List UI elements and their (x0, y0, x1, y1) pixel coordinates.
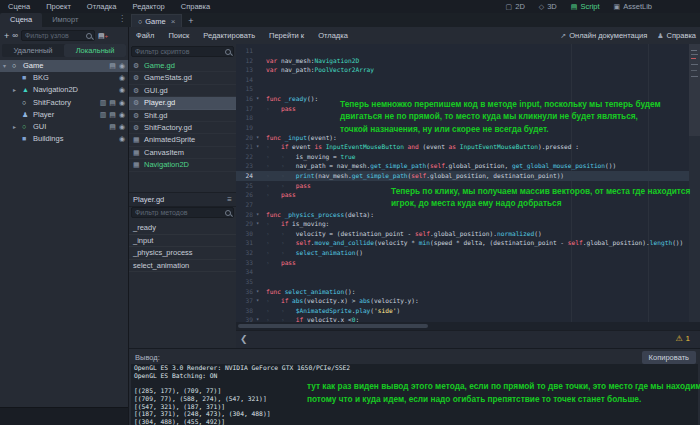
instance-scene-icon[interactable]: ∞ (12, 31, 18, 40)
fold-arrow-icon[interactable]: ▾ (256, 315, 259, 322)
code-line-14[interactable]: 14 (236, 75, 689, 85)
dock-tab-Сцена[interactable]: Сцена (0, 13, 42, 27)
button-online-docs[interactable]: ↗Онлайн документация (560, 31, 647, 40)
menu-Проект[interactable]: Проект (38, 0, 79, 13)
filter-methods-input[interactable] (131, 207, 234, 218)
expand-arrow-icon[interactable]: ▾ (3, 60, 6, 72)
eye-icon[interactable]: ◉ (119, 121, 125, 133)
code-line-35[interactable]: 35 (236, 277, 689, 287)
scene-tab-Game[interactable]: ○Game× (131, 14, 182, 28)
script-icon[interactable]: ▤ (109, 121, 116, 133)
fold-arrow-icon[interactable]: ▾ (256, 142, 259, 152)
movie-icon[interactable]: ▥ (100, 97, 107, 109)
script-menu-Поиск[interactable]: Поиск (161, 29, 196, 42)
workspace-button-assetlib[interactable]: ▣AssetLib (609, 2, 657, 11)
code-line-13[interactable]: 13var nav_path:PoolVector2Array (236, 65, 689, 75)
fold-arrow-icon[interactable]: ▾ (256, 219, 259, 229)
script-list-item-CanvasItem[interactable]: ▦CanvasItem (129, 147, 236, 159)
copy-button[interactable]: Копировать (642, 351, 696, 364)
code-minimap[interactable] (689, 44, 700, 322)
code-content[interactable]: 1112var nav_mesh:Navigation2D13var nav_p… (236, 44, 700, 322)
workspace-button-script[interactable]: ▤Script (566, 2, 605, 11)
code-line-39[interactable]: 39▾› › if velocity.x <0: (236, 315, 689, 322)
expand-arrow-icon[interactable]: ▸ (13, 84, 16, 96)
scene-node-row-ShitFactory[interactable]: ○ShitFactory▥▤◉ (0, 97, 128, 109)
script-list-item-Game.gd[interactable]: ⚙Game.gd (129, 60, 236, 72)
script-list-item-GUI.gd[interactable]: ⚙GUI.gd (129, 85, 236, 97)
button-help[interactable]: ♟Справка (657, 31, 696, 40)
fold-arrow-icon[interactable]: ▾ (256, 287, 259, 297)
scene-node-row-GUI[interactable]: ▸○GUI▤◉ (0, 121, 128, 133)
code-line-22[interactable]: 22› › is_moving = true (236, 152, 689, 162)
code-line-33[interactable]: 33› pass (236, 258, 689, 268)
scene-node-row-Navigation2D[interactable]: ▸▲Navigation2D◉ (0, 84, 128, 96)
filter-scripts-input[interactable] (131, 46, 234, 57)
eye-icon[interactable]: ◉ (119, 109, 125, 121)
eye-icon[interactable]: ◉ (119, 60, 125, 72)
scene-node-row-Player[interactable]: ♟Player▥▤◉ (0, 109, 128, 121)
method-list-item-_ready[interactable]: _ready (129, 222, 236, 235)
horizontal-scrollbar[interactable] (236, 322, 700, 330)
script-list-item-AnimatedSprite[interactable]: ▦AnimatedSprite (129, 134, 236, 146)
script-menu-Перейти к[interactable]: Перейти к (262, 29, 311, 42)
script-list-item-Navigation2D[interactable]: ▦Navigation2D (129, 159, 236, 171)
warnings-indicator[interactable]: ⚠ 1 (675, 334, 690, 343)
code-line-24[interactable]: 24› › print(nav_mesh.get_simple_path(sel… (236, 171, 689, 181)
scene-node-row-BKG[interactable]: ■BKG◉ (0, 72, 128, 84)
code-line-28[interactable]: 28▾func _physics_process(delta): (236, 210, 689, 220)
fold-arrow-icon[interactable]: ▾ (256, 133, 259, 143)
script-list-item-GameStats.gd[interactable]: ⚙GameStats.gd (129, 72, 236, 84)
fold-arrow-icon[interactable]: ▾ (256, 94, 259, 104)
code-line-23[interactable]: 23› › nav_path = nav_mesh.get_simple_pat… (236, 161, 689, 171)
movie-icon[interactable]: ▥ (100, 109, 107, 121)
script-icon[interactable]: ▤ (109, 109, 116, 121)
script-menu-Редактировать[interactable]: Редактировать (196, 29, 262, 42)
eye-icon[interactable]: ◉ (119, 72, 125, 84)
new-scene-tab-button[interactable]: + (182, 16, 199, 26)
workspace-button-2d[interactable]: ▢2D (501, 2, 530, 11)
menu-Справка[interactable]: Справка (173, 0, 218, 13)
menu-Отладка[interactable]: Отладка (79, 0, 125, 13)
sort-methods-icon[interactable]: ≡ (227, 193, 232, 206)
code-line-21[interactable]: 21▾› if event is InputEventMouseButton a… (236, 142, 689, 152)
close-icon[interactable]: × (171, 17, 176, 26)
script-menu-Файл[interactable]: Файл (129, 29, 161, 42)
dock-tab-Импорт[interactable]: Импорт (42, 13, 88, 27)
script-list-item-ShitFactory.gd[interactable]: ⚙ShitFactory.gd (129, 122, 236, 134)
mode-tab-Локальный[interactable]: Локальный (64, 44, 126, 57)
code-line-31[interactable]: 31› › self.move_and_collide(velocity * m… (236, 238, 689, 248)
method-list-item-select_animation[interactable]: select_animation (129, 260, 236, 273)
filter-nodes-input[interactable] (21, 30, 95, 41)
code-line-12[interactable]: 12var nav_mesh:Navigation2D (236, 56, 689, 66)
add-node-icon[interactable]: + (4, 31, 9, 41)
method-list-item-_input[interactable]: _input (129, 235, 236, 248)
eye-icon[interactable]: ◉ (119, 133, 125, 145)
script-icon[interactable]: ▤ (109, 97, 116, 109)
code-line-11[interactable]: 11 (236, 46, 689, 56)
script-menu-Отладка[interactable]: Отладка (311, 29, 355, 42)
eye-icon[interactable]: ◉ (119, 84, 125, 96)
code-line-36[interactable]: 36▾func select_animation(): (236, 287, 689, 297)
code-line-34[interactable]: 34 (236, 267, 689, 277)
code-line-15[interactable]: 15 (236, 84, 689, 94)
attach-script-icon[interactable]: ▤+ (98, 32, 108, 40)
collapse-scripts-panel-icon[interactable]: ❮ (240, 334, 248, 344)
fold-arrow-icon[interactable]: ▾ (256, 210, 259, 220)
code-line-38[interactable]: 38› › $AnimatedSprite.play('side') (236, 306, 689, 316)
code-line-29[interactable]: 29▾› if is_moving: (236, 219, 689, 229)
menu-Сцена[interactable]: Сцена (0, 0, 38, 13)
workspace-button-3d[interactable]: ◇3D (534, 2, 562, 11)
code-line-30[interactable]: 30› › velocity = (destination_point - se… (236, 229, 689, 239)
script-list-item-Player.gd[interactable]: ⚙Player.gd (129, 97, 236, 109)
dock-menu-icon[interactable]: ⋮ (118, 14, 126, 23)
eye-icon[interactable]: ◉ (119, 97, 125, 109)
mode-tab-Удаленный[interactable]: Удаленный (2, 44, 64, 57)
scene-node-row-Game[interactable]: ▾○Game▤◉ (0, 60, 128, 72)
script-list-item-Shit.gd[interactable]: ⚙Shit.gd (129, 110, 236, 122)
script-icon[interactable]: ▤ (109, 60, 116, 72)
code-line-37[interactable]: 37▾› if abs(velocity.x) > abs(velocity.y… (236, 296, 689, 306)
scene-node-row-Buildings[interactable]: ■Buildings◉ (0, 133, 128, 145)
method-list-item-_physics_process[interactable]: _physics_process (129, 247, 236, 260)
expand-arrow-icon[interactable]: ▸ (13, 121, 16, 133)
fold-arrow-icon[interactable]: ▾ (256, 296, 259, 306)
